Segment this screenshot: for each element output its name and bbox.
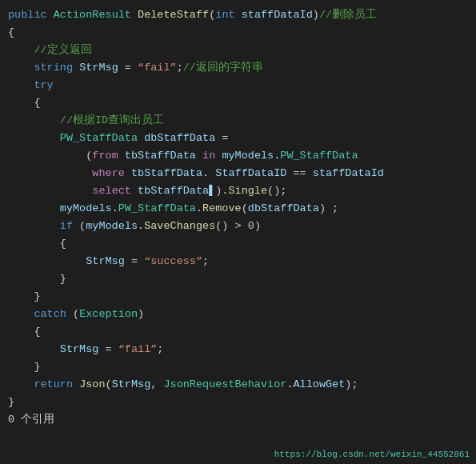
var-token: AllowGet: [294, 376, 346, 394]
code-line: catch (Exception): [0, 306, 476, 323]
kw2-token: in: [202, 147, 215, 165]
kw-token: public: [8, 6, 47, 24]
code-line: StrMsg = “success”;: [0, 253, 476, 270]
plain-token: [8, 165, 92, 182]
plain-token: [8, 77, 34, 94]
plain-token: [73, 376, 79, 394]
kw2-token: from: [92, 147, 118, 165]
type-token: PW_StaffData: [118, 200, 196, 218]
plain-token: [8, 341, 60, 358]
plain-token: =: [118, 59, 138, 77]
var-token: myModels: [60, 200, 112, 218]
plain-token: ;: [202, 253, 209, 270]
plain-token: (: [66, 306, 79, 323]
plain-token: [8, 59, 34, 77]
plain-token: .: [286, 376, 293, 394]
plain-token: ): [254, 218, 261, 235]
type-token: PW_StaffData: [280, 147, 358, 165]
code-line: {: [0, 235, 476, 253]
method-token: SaveChanges: [144, 218, 215, 235]
code-line: }: [0, 288, 476, 306]
code-line: 0 个引用: [0, 411, 476, 429]
comment-token: //返回的字符串: [183, 59, 263, 77]
var-token: StrMsg: [79, 59, 118, 77]
plain-token: [138, 130, 144, 147]
code-line: try: [0, 77, 476, 94]
plain-token: {: [8, 24, 14, 42]
comment-token: //删除员工: [319, 6, 377, 24]
kw-token: string: [34, 59, 73, 77]
code-line: if (myModels.SaveChanges() > 0): [0, 218, 476, 235]
plain-token: =: [215, 130, 228, 147]
var-token: StrMsg: [112, 376, 151, 394]
type-token: PW_StaffData: [60, 130, 138, 147]
plain-token: [73, 59, 79, 77]
plain-token: [8, 376, 34, 394]
footer-url: https://blog.csdn.net/weixin_44552861: [268, 446, 476, 464]
code-container: public ActionResult DeleteStaff(int staf…: [0, 0, 476, 464]
plain-token: [8, 182, 92, 200]
plain-token: [8, 42, 34, 59]
code-line: {: [0, 94, 476, 112]
var-token: dbStaffData: [144, 130, 215, 147]
plain-token: }: [8, 358, 41, 376]
type-token: JsonRequestBehavior: [163, 376, 286, 394]
comment-token: //定义返回: [34, 42, 91, 59]
plain-token: {: [8, 94, 41, 112]
plain-token: [8, 112, 60, 130]
code-line: myModels.PW_StaffData.Remove(dbStaffData…: [0, 200, 476, 218]
var-token: tbStaffData▌: [138, 182, 215, 200]
plain-token: (: [106, 376, 112, 394]
plain-token: .: [202, 165, 215, 182]
code-line: (from tbStaffData in myModels.PW_StaffDa…: [0, 147, 476, 165]
plain-token: (: [242, 200, 248, 218]
code-line: }: [0, 394, 476, 411]
var-token: staffDataId: [313, 165, 384, 182]
kw-token: catch: [34, 306, 66, 323]
plain-token: ) ;: [319, 200, 338, 218]
code-line: public ActionResult DeleteStaff(int staf…: [0, 6, 476, 24]
code-line: StrMsg = “fail”;: [0, 341, 476, 358]
kw-token: try: [34, 77, 53, 94]
plain-token: .: [112, 200, 118, 218]
kw-token: if: [60, 218, 73, 235]
code-line: {: [0, 323, 476, 341]
plain-token: }: [8, 270, 66, 288]
plain-token: ).: [215, 182, 228, 200]
var-token: myModels: [222, 147, 274, 165]
var-token: StaffDataID: [215, 165, 286, 182]
type-token: ActionResult: [54, 6, 131, 24]
code-line: }: [0, 358, 476, 376]
code-line: {: [0, 24, 476, 42]
plain-token: {: [8, 235, 66, 253]
plain-token: (: [73, 218, 86, 235]
str-token: “fail”: [118, 341, 158, 358]
comment-token: //根据ID查询出员工: [60, 112, 164, 130]
str-token: “success”: [144, 253, 202, 270]
plain-token: [235, 6, 242, 24]
plain-token: .: [138, 218, 144, 235]
plain-token: {: [8, 323, 41, 341]
plain-token: ): [313, 6, 319, 24]
plain-token: ;: [177, 59, 183, 77]
plain-token: [125, 165, 131, 182]
plain-token: [131, 182, 138, 200]
var-token: tbStaffData: [131, 165, 202, 182]
type-token: Exception: [79, 306, 138, 323]
plain-token: (: [209, 6, 215, 24]
plain-token: [8, 306, 34, 323]
kw-token: return: [34, 376, 73, 394]
plain-token: [47, 6, 54, 24]
var-token: myModels: [86, 218, 138, 235]
code-line: //定义返回: [0, 42, 476, 59]
plain-token: ,: [150, 376, 163, 394]
code-block: public ActionResult DeleteStaff(int staf…: [0, 6, 476, 429]
plain-token: }: [8, 288, 41, 306]
kw-token: int: [215, 6, 234, 24]
plain-token: [8, 200, 60, 218]
code-line: }: [0, 270, 476, 288]
plain-token: [196, 147, 202, 165]
plain-token: .: [274, 147, 280, 165]
plain-token: ;: [157, 341, 163, 358]
plain-token: [8, 218, 60, 235]
